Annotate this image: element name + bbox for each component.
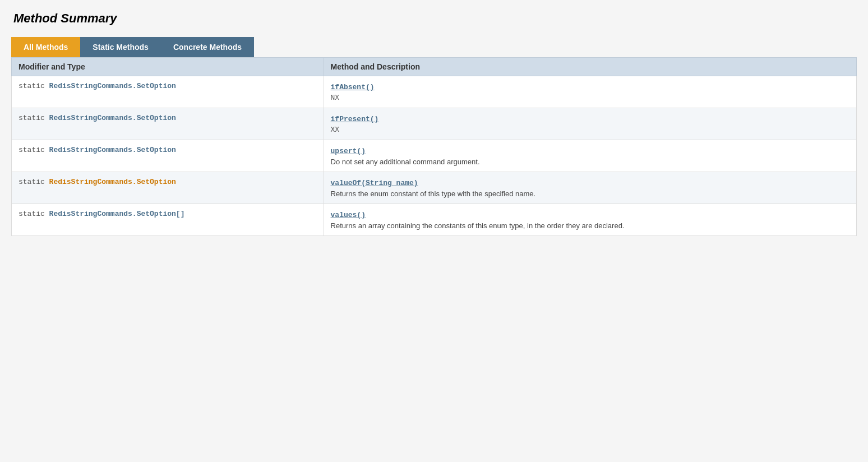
page-title: Method Summary <box>11 11 857 26</box>
method-table: Modifier and Type Method and Description… <box>11 57 857 236</box>
modifier-cell: static RedisStringCommands.SetOption <box>12 172 324 204</box>
tab-static-methods[interactable]: Static Methods <box>80 37 161 57</box>
method-description: Do not set any additional command argume… <box>331 158 849 166</box>
table-row: static RedisStringCommands.SetOption[]va… <box>12 204 857 236</box>
method-description: Returns an array containing the constant… <box>331 221 849 230</box>
method-cell: values()Returns an array containing the … <box>324 204 856 236</box>
method-description: XX <box>331 126 849 134</box>
method-desc-header: Method and Description <box>324 58 856 76</box>
method-name-link[interactable]: ifAbsent() <box>331 83 375 91</box>
static-keyword: static <box>19 210 49 218</box>
type-link[interactable]: RedisStringCommands.SetOption <box>49 146 176 154</box>
method-cell: ifAbsent()NX <box>324 76 856 108</box>
type-link[interactable]: RedisStringCommands.SetOption <box>49 114 176 122</box>
table-header-row: Modifier and Type Method and Description <box>12 58 857 76</box>
method-cell: ifPresent()XX <box>324 108 856 140</box>
static-keyword: static <box>19 178 49 186</box>
method-cell: valueOf(String name)Returns the enum con… <box>324 172 856 204</box>
tabs-bar: All Methods Static Methods Concrete Meth… <box>11 37 857 57</box>
modifier-cell: static RedisStringCommands.SetOption[] <box>12 204 324 236</box>
method-name-link[interactable]: values() <box>331 211 366 219</box>
tab-concrete-methods[interactable]: Concrete Methods <box>161 37 254 57</box>
static-keyword: static <box>19 146 49 154</box>
type-link[interactable]: RedisStringCommands.SetOption[] <box>49 210 185 218</box>
table-row: static RedisStringCommands.SetOptionifPr… <box>12 108 857 140</box>
table-row: static RedisStringCommands.SetOptionupse… <box>12 140 857 172</box>
type-link[interactable]: RedisStringCommands.SetOption <box>49 178 176 186</box>
method-name-link[interactable]: valueOf(String name) <box>331 179 418 187</box>
method-name-link[interactable]: upsert() <box>331 147 366 155</box>
table-row: static RedisStringCommands.SetOptionvalu… <box>12 172 857 204</box>
modifier-cell: static RedisStringCommands.SetOption <box>12 76 324 108</box>
modifier-cell: static RedisStringCommands.SetOption <box>12 140 324 172</box>
table-row: static RedisStringCommands.SetOptionifAb… <box>12 76 857 108</box>
tab-all-methods[interactable]: All Methods <box>11 37 80 57</box>
static-keyword: static <box>19 82 49 90</box>
type-link[interactable]: RedisStringCommands.SetOption <box>49 82 176 90</box>
static-keyword: static <box>19 114 49 122</box>
method-description: NX <box>331 94 849 102</box>
method-name-link[interactable]: ifPresent() <box>331 115 379 123</box>
method-cell: upsert()Do not set any additional comman… <box>324 140 856 172</box>
modifier-type-header: Modifier and Type <box>12 58 324 76</box>
method-description: Returns the enum constant of this type w… <box>331 190 849 198</box>
modifier-cell: static RedisStringCommands.SetOption <box>12 108 324 140</box>
